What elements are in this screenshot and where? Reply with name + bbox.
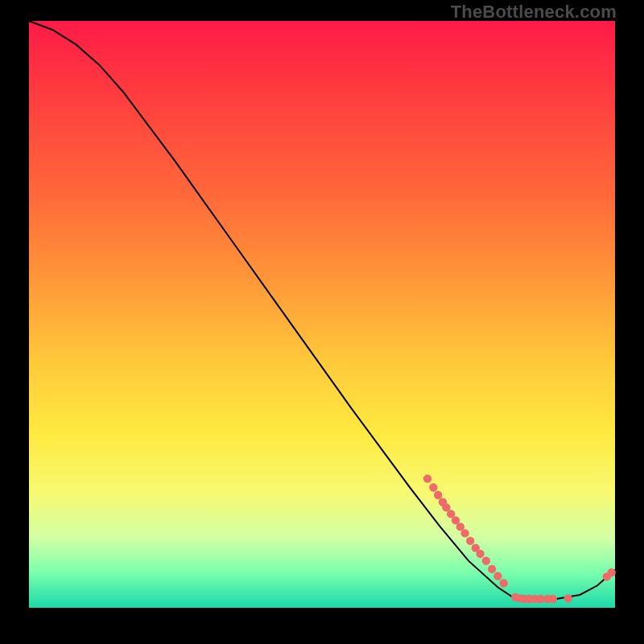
data-point [488, 565, 496, 573]
watermark-text: TheBottleneck.com [451, 2, 617, 23]
data-point [493, 572, 502, 580]
data-point [466, 537, 474, 545]
data-point [549, 595, 557, 603]
data-point [434, 491, 442, 499]
data-point [476, 550, 484, 558]
data-point [460, 529, 469, 537]
data-point [607, 568, 615, 576]
chart-overlay [29, 21, 615, 608]
marker-group [423, 474, 616, 603]
data-point [423, 474, 431, 482]
data-point [482, 556, 490, 564]
bottleneck-curve [29, 21, 615, 599]
chart-frame: TheBottleneck.com [0, 0, 644, 644]
data-point [564, 594, 572, 602]
data-point [429, 483, 437, 491]
data-point [499, 579, 507, 587]
